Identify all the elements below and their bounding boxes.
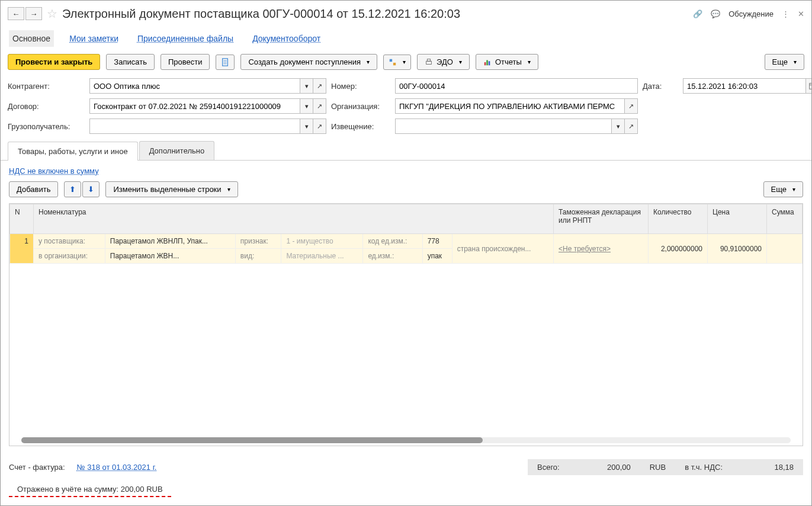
date-input[interactable]: [683, 78, 806, 94]
contract-label: Договор:: [8, 102, 85, 111]
subtab-goods[interactable]: Товары, работы, услуги и иное: [8, 142, 138, 161]
notice-dropdown[interactable]: ▾: [612, 119, 625, 134]
row-number: 1: [10, 234, 34, 264]
scrollbar-thumb[interactable]: [21, 437, 483, 443]
org-open[interactable]: ↗: [625, 98, 638, 114]
move-buttons: ⬆ ⬇: [64, 181, 100, 197]
col-sum[interactable]: Сумма: [767, 204, 803, 234]
goods-tab-content: НДС не включен в сумму Добавить ⬆ ⬇ Изме…: [1, 161, 811, 452]
sign-value[interactable]: 1 - имущество: [281, 234, 363, 249]
reports-label: Отчеты: [495, 57, 522, 66]
svg-rect-9: [486, 60, 488, 65]
reports-button[interactable]: Отчеты: [476, 54, 538, 70]
page-title: Электронный документ поставщика 00ГУ-000…: [62, 7, 688, 21]
reflected-amount: Отражено в учёте на сумму: 200,00 RUB: [9, 482, 171, 497]
calendar-icon: [808, 82, 813, 90]
add-row-button[interactable]: Добавить: [9, 181, 58, 197]
table: N Номенклатура Таможенная декларация или…: [9, 204, 803, 264]
sum-value[interactable]: [767, 234, 803, 264]
move-down-button[interactable]: ⬇: [82, 181, 100, 197]
consignee-input[interactable]: [89, 119, 300, 134]
total-currency: RUB: [640, 459, 675, 475]
consignee-open[interactable]: ↗: [313, 119, 326, 134]
more-button[interactable]: Еще: [765, 54, 804, 70]
svg-rect-6: [426, 61, 432, 64]
discuss-icon[interactable]: 💬: [711, 9, 720, 18]
date-label: Дата:: [643, 82, 678, 91]
window-header: ← → ☆ Электронный документ поставщика 00…: [1, 1, 811, 27]
contract-dropdown[interactable]: ▾: [300, 98, 313, 114]
kind-value[interactable]: Материальные ...: [281, 249, 363, 264]
tab-docflow[interactable]: Документооборот: [249, 30, 324, 47]
post-close-button[interactable]: Провести и закрыть: [8, 54, 100, 70]
price-value[interactable]: 90,91000000: [708, 234, 767, 264]
code-unit-value[interactable]: 778: [422, 234, 452, 249]
invoice-link[interactable]: № 318 от 01.03.2021 г.: [77, 463, 157, 472]
save-button[interactable]: Записать: [106, 54, 155, 70]
subtab-extra[interactable]: Дополнительно: [139, 141, 215, 160]
tab-main[interactable]: Основное: [9, 30, 54, 47]
vat-value: 18,18: [732, 459, 803, 475]
contract-input[interactable]: [89, 98, 300, 114]
customs-link[interactable]: <Не требуется>: [559, 245, 611, 253]
number-input[interactable]: [395, 78, 638, 94]
arrow-down-icon: ⬇: [88, 185, 94, 194]
main-toolbar: Провести и закрыть Записать Провести Соз…: [1, 50, 811, 73]
print-icon: [425, 58, 433, 66]
col-qty[interactable]: Количество: [649, 204, 708, 234]
form-fields: Контрагент: ▾ ↗ Номер: Дата: Договор: ▾ …: [1, 73, 811, 139]
tab-notes[interactable]: Мои заметки: [66, 30, 122, 47]
notice-label: Извещение:: [331, 122, 390, 131]
counterparty-open[interactable]: ↗: [313, 78, 326, 94]
col-nomenclature[interactable]: Номенклатура: [34, 204, 554, 234]
notice-input[interactable]: [395, 119, 612, 134]
customs-cell[interactable]: <Не требуется>: [554, 234, 649, 264]
unit-value[interactable]: упак: [422, 249, 452, 264]
sign-label: признак:: [235, 234, 281, 249]
structure-button[interactable]: [383, 55, 411, 70]
org-input[interactable]: [395, 98, 625, 114]
table-row[interactable]: 1 у поставщика: Парацетамол ЖВНЛП, Упак.…: [10, 234, 803, 249]
contract-open[interactable]: ↗: [313, 98, 326, 114]
counterparty-dropdown[interactable]: ▾: [300, 78, 313, 94]
post-button[interactable]: Провести: [161, 54, 210, 70]
counterparty-input[interactable]: [89, 78, 300, 94]
counterparty-label: Контрагент:: [8, 82, 85, 91]
horizontal-scrollbar[interactable]: [21, 437, 791, 443]
tab-attached[interactable]: Присоединенные файлы: [134, 30, 237, 47]
nav-buttons: ← →: [8, 7, 42, 20]
notice-open[interactable]: ↗: [625, 119, 638, 134]
table-toolbar: Добавить ⬆ ⬇ Изменить выделенные строки …: [9, 175, 803, 203]
move-up-button[interactable]: ⬆: [64, 181, 81, 197]
document-icon-button[interactable]: [216, 55, 235, 70]
forward-button[interactable]: →: [25, 7, 42, 20]
in-org-label: в организации:: [34, 249, 105, 264]
supplier-value[interactable]: Парацетамол ЖВНЛП, Упак...: [105, 234, 235, 249]
qty-value[interactable]: 2,000000000: [649, 234, 708, 264]
col-n[interactable]: N: [10, 204, 34, 234]
svg-rect-5: [393, 62, 396, 65]
col-price[interactable]: Цена: [708, 204, 767, 234]
col-customs[interactable]: Таможенная декларация или РНПТ: [554, 204, 649, 234]
header-actions: 🔗 💬 Обсуждение ⋮ ✕: [693, 9, 804, 18]
kebab-icon[interactable]: ⋮: [782, 9, 789, 18]
in-org-value[interactable]: Парацетамол ЖВН...: [105, 249, 235, 264]
back-button[interactable]: ←: [8, 7, 24, 20]
edit-rows-button[interactable]: Изменить выделенные строки: [105, 181, 237, 197]
svg-rect-7: [427, 59, 430, 61]
svg-rect-4: [390, 59, 392, 61]
consignee-dropdown[interactable]: ▾: [300, 119, 313, 134]
table-more-button[interactable]: Еще: [763, 181, 803, 197]
notice-field: ▾ ↗: [395, 119, 638, 134]
sub-tabs: Товары, работы, услуги и иное Дополнител…: [1, 139, 811, 161]
close-icon[interactable]: ✕: [798, 9, 804, 18]
calendar-button[interactable]: [806, 78, 812, 94]
create-receipt-button[interactable]: Создать документ поступления: [240, 54, 377, 70]
consignee-label: Грузополучатель:: [8, 122, 85, 131]
org-label: Организация:: [331, 102, 390, 111]
link-icon[interactable]: 🔗: [693, 9, 702, 18]
discuss-label[interactable]: Обсуждение: [728, 9, 774, 18]
favorite-icon[interactable]: ☆: [47, 7, 57, 21]
vat-link[interactable]: НДС не включен в сумму: [9, 166, 99, 175]
edo-button[interactable]: ЭДО: [417, 54, 470, 70]
